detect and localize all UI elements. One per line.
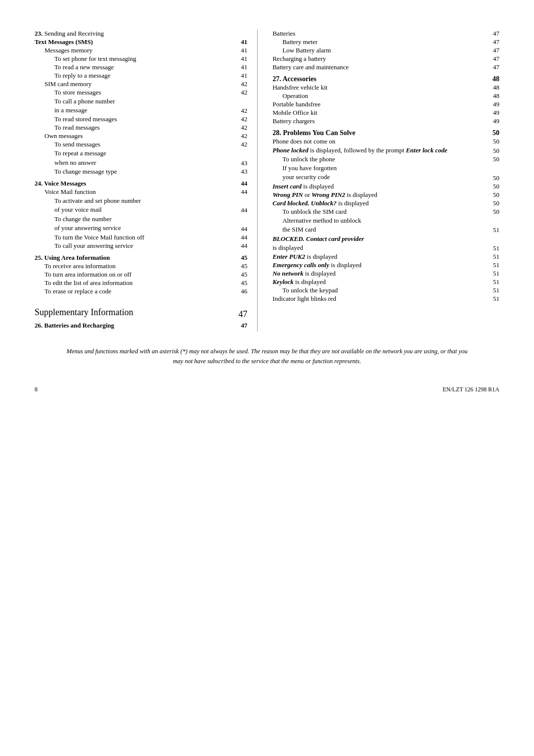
toc-item-change-type: To change message type 43	[35, 168, 247, 176]
section-23-header: 23. Sending and Receiving	[35, 30, 247, 38]
toc-item-read-messages: To read messages 42	[35, 124, 247, 132]
toc-item-battery-meter: Battery meter 47	[272, 38, 499, 46]
section-23-subtitle-text: Text Messages (SMS)	[35, 38, 237, 46]
toc-item-operation: Operation 48	[272, 92, 499, 100]
section-27: 27. Accessories 48 Handsfree vehicle kit…	[272, 75, 499, 125]
toc-item-portable-handsfree: Portable handsfree 49	[272, 100, 499, 108]
section-23: 23. Sending and Receiving Text Messages …	[35, 30, 247, 176]
toc-item-keylock: Keylock is displayed 51	[272, 278, 499, 286]
toc-item-change-number: To change the numberof your answering se…	[35, 215, 247, 233]
section-26-header: 26. Batteries and Recharging 47	[35, 322, 247, 330]
toc-item-enter-puk2: Enter PUK2 is displayed 51	[272, 253, 499, 261]
right-column: Batteries 47 Battery meter 47 Low Batter…	[258, 30, 499, 331]
toc-item-handsfree: Handsfree vehicle kit 48	[272, 84, 499, 92]
toc-item-low-battery: Low Battery alarm 47	[272, 47, 499, 54]
batteries-items: Batteries 47 Battery meter 47 Low Batter…	[272, 30, 499, 71]
toc-item-send-messages: To send messages 42	[35, 141, 247, 148]
toc-item-battery-care: Battery care and maintenance 47	[272, 63, 499, 71]
document-code: EN/LZT 126 1298 R1A	[443, 386, 499, 393]
toc-item-alternative-unblock: Alternative method to unblockthe SIM car…	[272, 216, 499, 234]
toc-item-set-phone: To set phone for text messaging 41	[35, 55, 247, 63]
section-26: 26. Batteries and Recharging 47	[35, 322, 247, 330]
toc-item-recharging: Recharging a battery 47	[272, 55, 499, 63]
toc-item-wrong-pin: Wrong PIN or Wrong PIN2 is displayed 50	[272, 191, 499, 199]
toc-item-store-messages: To store messages 42	[35, 89, 247, 96]
page-content: 23. Sending and Receiving Text Messages …	[35, 30, 499, 393]
toc-item-indicator-light: Indicator light blinks red 51	[272, 295, 499, 303]
toc-item-turn-area: To turn area information on or off 45	[35, 271, 247, 279]
toc-item-activate-voicemail: To activate and set phone numberof your …	[35, 196, 247, 214]
section-24-title: 24. Voice Messages	[35, 180, 237, 188]
toc-item-voicemail-fn: Voice Mail function 44	[35, 188, 247, 196]
section-28: 28. Problems You Can Solve 50 Phone does…	[272, 129, 499, 303]
toc-item-emergency-only: Emergency calls only is displayed 51	[272, 261, 499, 269]
footnote: Menus and functions marked with an aster…	[35, 346, 499, 366]
section-25-header: 25. Using Area Information 45	[35, 254, 247, 262]
toc-item-unblock-sim: To unblock the SIM card 50	[272, 208, 499, 216]
toc-item-messages-memory: Messages memory 41	[35, 47, 247, 54]
section-24-header: 24. Voice Messages 44	[35, 180, 247, 188]
footnote-text: Menus and functions marked with an aster…	[64, 346, 470, 366]
section-25: 25. Using Area Information 45 To receive…	[35, 254, 247, 295]
toc-item-edit-area: To edit the list of area information 45	[35, 279, 247, 287]
section-26-title: 26. Batteries and Recharging	[35, 322, 237, 330]
toc-item-no-network: No network is displayed 51	[272, 270, 499, 278]
toc-item-battery-chargers: Battery chargers 49	[272, 117, 499, 125]
toc-item-card-blocked: Card blocked. Unblock? is displayed 50	[272, 199, 499, 207]
toc-item-read-stored: To read stored messages 42	[35, 115, 247, 123]
toc-item-batteries: Batteries 47	[272, 30, 499, 38]
toc-item-repeat-message: To repeat a messagewhen no answer 43	[35, 149, 247, 167]
toc-item-own-messages: Own messages 42	[35, 132, 247, 140]
toc-item-read-new: To read a new message 41	[35, 63, 247, 71]
section-28-header: 28. Problems You Can Solve 50	[272, 129, 499, 137]
toc-item-unlock-keypad: To unlock the keypad 51	[272, 286, 499, 294]
two-column-layout: 23. Sending and Receiving Text Messages …	[35, 30, 499, 331]
section-23-subtitle: Text Messages (SMS) 41	[35, 38, 247, 46]
toc-item-phone-no-come-on: Phone does not come on 50	[272, 138, 499, 145]
toc-item-sim-memory: SIM card memory 42	[35, 80, 247, 88]
page-number: 8	[35, 386, 38, 393]
supplementary-page: 47	[238, 309, 247, 320]
left-column: 23. Sending and Receiving Text Messages …	[35, 30, 258, 331]
toc-item-forgotten-code: If you have forgottenyour security code …	[272, 164, 499, 182]
toc-item-phone-locked: Phone locked is displayed, followed by t…	[272, 146, 499, 155]
toc-item-reply: To reply to a message 41	[35, 72, 247, 80]
page-footer: 8 EN/LZT 126 1298 R1A	[35, 386, 499, 393]
section-23-title: 23. Sending and Receiving	[35, 30, 237, 38]
toc-item-receive-area: To receive area information 45	[35, 262, 247, 270]
supplementary-section: Supplementary Information 47	[35, 299, 247, 320]
toc-item-erase-code: To erase or replace a code 46	[35, 287, 247, 295]
supplementary-title: Supplementary Information	[35, 307, 133, 318]
toc-item-call-phone: To call a phone numberin a message 42	[35, 97, 247, 115]
supplementary-header: Supplementary Information 47	[35, 299, 247, 320]
toc-item-mobile-office: Mobile Office kit 49	[272, 109, 499, 117]
toc-item-blocked-contact: BLOCKED. Contact card provideris display…	[272, 235, 499, 252]
toc-item-insert-card: Insert card is displayed 50	[272, 183, 499, 190]
toc-item-unlock-phone: To unlock the phone 50	[272, 155, 499, 163]
section-23-subtitle-page: 41	[237, 38, 247, 46]
section-25-title: 25. Using Area Information	[35, 254, 237, 262]
toc-item-turn-off-voicemail: To turn the Voice Mail function off 44	[35, 234, 247, 241]
section-24: 24. Voice Messages 44 Voice Mail functio…	[35, 180, 247, 250]
toc-item-call-answering: To call your answering service 44	[35, 242, 247, 250]
section-27-header: 27. Accessories 48	[272, 75, 499, 83]
